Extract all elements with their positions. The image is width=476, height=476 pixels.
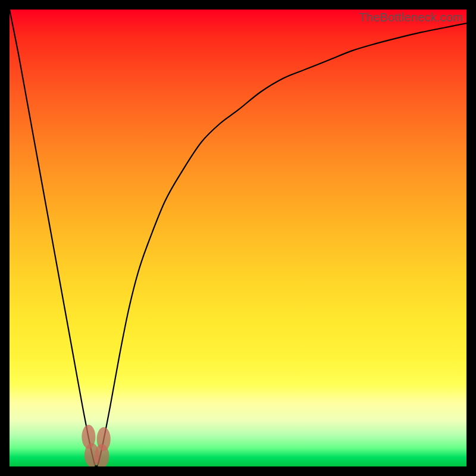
bottleneck-curve [10,10,466,466]
chart-svg [10,10,466,466]
plot-area: TheBottleneck.com [10,10,466,466]
curve-markers [82,425,110,466]
watermark-text: TheBottleneck.com [359,11,463,24]
chart-frame: TheBottleneck.com [0,0,476,476]
